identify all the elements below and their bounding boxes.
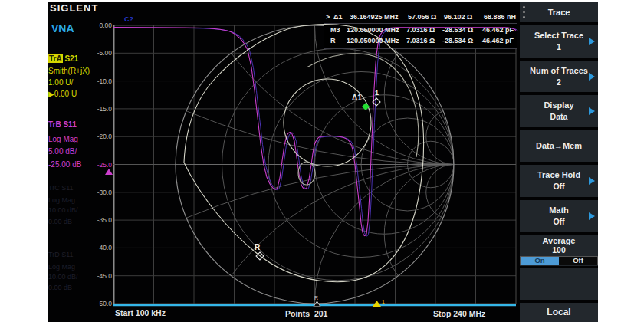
y-axis-label: -50.0 xyxy=(81,300,112,307)
marker-readout-m3: M3 120.050000 MHz 7.0316 Ω -28.534 Ω 46.… xyxy=(330,26,514,34)
plot-marker-r: R xyxy=(255,243,264,260)
trace-b-format: Log Mag xyxy=(48,135,78,143)
menu-button-trace-hold[interactable]: Trace Hold Off xyxy=(520,165,598,197)
mode-label: VNA xyxy=(51,22,74,34)
submenu-arrow-icon xyxy=(589,73,595,80)
vna-screenshot: { "brand": "SIGLENT", "mode_label": "VNA… xyxy=(0,0,644,322)
menu-grip-dots xyxy=(523,6,525,18)
svg-text:R: R xyxy=(314,295,318,301)
menu-button-data-to-mem[interactable]: Data→Mem xyxy=(520,130,598,162)
y-axis-label: -10.0 xyxy=(81,77,112,85)
trace-b-ref: -25.00 dB xyxy=(48,160,81,169)
trace-d-ref: 0.00 dB xyxy=(48,284,72,291)
plot-marker-delta1: Δ1 xyxy=(352,94,370,110)
trace-a-title[interactable]: TrA S21 xyxy=(48,54,78,63)
trace-b-memory xyxy=(116,28,518,236)
svg-text:R: R xyxy=(255,243,261,251)
y-axis-label: -35.0 xyxy=(81,216,112,224)
y-axis-label: -45.0 xyxy=(81,272,112,280)
trace-c-format: Log Mag xyxy=(48,196,75,204)
y-axis-label: -20.0 xyxy=(81,133,112,140)
menu-button-num-of-traces[interactable]: Num of Traces 2 xyxy=(520,61,598,92)
submenu-arrow-icon xyxy=(589,212,595,220)
trace-a-param: S21 xyxy=(64,54,78,63)
average-toggle-on[interactable]: On xyxy=(521,257,559,264)
trace-d-scale: 10.00 dB/ xyxy=(48,273,78,281)
y-axis-label: -15.0 xyxy=(81,105,112,113)
menu-title: Trace xyxy=(520,2,598,22)
cal-indicator: C? xyxy=(124,15,133,23)
y-axis-ref-label: -25.0 xyxy=(81,161,112,169)
menu-button-display[interactable]: Display Data xyxy=(520,95,598,127)
y-axis-label: -30.0 xyxy=(81,189,112,196)
menu-button-select-trace[interactable]: Select Trace 1 xyxy=(520,25,598,58)
trace-d-format: Log Mag xyxy=(48,263,75,271)
average-toggle-off[interactable]: Off xyxy=(559,257,597,264)
trace-a-data xyxy=(184,25,424,282)
trace-a-ref: ▶0.00 U xyxy=(48,90,77,98)
trace-a-badge: TrA xyxy=(48,54,63,63)
trace-a-format: Smith(R+jX) xyxy=(48,67,90,75)
marker-readout-r: R 120.050000 MHz 7.0316 Ω -28.534 Ω 46.4… xyxy=(330,37,514,44)
svg-text:1: 1 xyxy=(375,89,379,97)
trace-c-title: TrC S11 xyxy=(48,184,74,192)
brand-logo: SIGLENT xyxy=(50,2,98,14)
submenu-arrow-icon xyxy=(589,177,595,185)
trace-c-scale: 10.00 dB/ xyxy=(48,206,78,214)
trace-d-title: TrD S11 xyxy=(48,251,74,258)
y-axis-label: -5.00 xyxy=(81,49,112,57)
average-toggle[interactable]: On Off xyxy=(520,256,598,265)
axis-marker-r: R xyxy=(314,295,320,307)
trace-c-ref: 0.00 dB xyxy=(48,218,72,225)
trace-a-scale: 1.00 U/ xyxy=(48,78,73,87)
trace-b-data xyxy=(113,28,516,236)
trace-b-title[interactable]: TrB S11 xyxy=(48,120,77,129)
submenu-arrow-icon xyxy=(589,38,595,45)
local-button[interactable]: Local xyxy=(520,303,598,322)
marker-readout-delta1: > Δ1 36.164925 MHz 57.056 Ω 96.102 Ω 68.… xyxy=(326,13,516,21)
menu-button-blank[interactable] xyxy=(520,268,598,300)
svg-text:1: 1 xyxy=(382,299,385,304)
y-axis-label: -40.0 xyxy=(81,244,112,251)
menu-button-math[interactable]: Math Off xyxy=(520,200,598,232)
trace-b-scale: 5.00 dB/ xyxy=(48,147,77,156)
svg-text:Δ1: Δ1 xyxy=(352,94,362,102)
ref-level-indicator xyxy=(105,169,113,175)
y-axis-label: 0.00 xyxy=(81,21,112,29)
submenu-arrow-icon xyxy=(589,107,595,115)
